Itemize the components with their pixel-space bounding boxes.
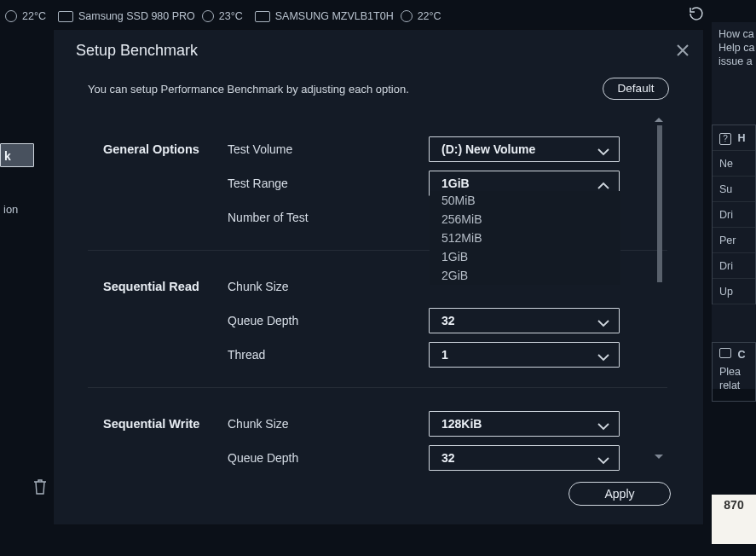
seqread-queue-select[interactable]: 32 <box>429 308 620 333</box>
seqwrite-queue-value: 32 <box>441 451 455 465</box>
temp-2: 23°C <box>219 10 243 22</box>
contact-line: relat <box>719 379 755 392</box>
dropdown-option[interactable]: 50MiB <box>430 191 620 210</box>
field-label: Chunk Size <box>228 280 429 293</box>
test-range-dropdown[interactable]: 50MiB 256MiB 512MiB 1GiB 2GiB <box>430 191 620 285</box>
field-label: Chunk Size <box>228 417 429 431</box>
dialog-title: Setup Benchmark <box>54 30 703 71</box>
help-item[interactable]: Per <box>713 228 755 253</box>
seqwrite-chunk-select[interactable]: 128KiB <box>429 411 620 437</box>
top-status-bar: 22°C Samsung SSD 980 PRO 23°C SAMSUNG MZ… <box>0 3 756 29</box>
seqread-thread-select[interactable]: 1 <box>429 342 620 368</box>
help-item[interactable]: Ne <box>713 151 755 177</box>
seqread-queue-value: 32 <box>441 314 455 327</box>
test-range-value: 1GiB <box>441 177 470 190</box>
field-label: Queue Depth <box>228 314 429 327</box>
dialog-subtitle: You can setup Performance Benchmark by a… <box>88 83 409 96</box>
temp-icon <box>401 10 413 22</box>
help-line: Help ca <box>718 41 756 55</box>
section-seq-write: Sequential Write Chunk Size 128KiB Queue… <box>88 388 667 490</box>
help-item[interactable]: Up <box>713 279 755 304</box>
dropdown-option[interactable]: 256MiB <box>430 210 620 229</box>
chevron-down-icon <box>597 348 610 362</box>
chat-icon <box>719 348 731 358</box>
field-label: Test Volume <box>228 142 429 156</box>
help-item[interactable]: Dri <box>713 202 755 228</box>
close-icon[interactable] <box>674 42 691 59</box>
scroll-thumb[interactable] <box>657 125 662 282</box>
section-label: General Options <box>103 142 228 156</box>
field-label: Test Range <box>228 177 429 190</box>
seqread-thread-value: 1 <box>441 348 448 362</box>
chevron-up-icon <box>597 177 610 190</box>
test-volume-value: (D:) New Volume <box>441 142 535 156</box>
scroll-down-icon[interactable] <box>654 449 664 460</box>
help-item[interactable]: Su <box>713 177 755 202</box>
promo-card: 870 <box>712 495 756 544</box>
field-label: Queue Depth <box>228 451 429 465</box>
help-panel-head: ? H <box>713 125 755 151</box>
trash-icon[interactable] <box>32 478 48 496</box>
temp-1: 22°C <box>22 10 46 22</box>
drive-1: Samsung SSD 980 PRO <box>78 10 195 22</box>
drive-icon <box>58 11 73 22</box>
setup-benchmark-dialog: Setup Benchmark You can setup Performanc… <box>53 29 704 525</box>
scrollbar[interactable] <box>654 113 664 460</box>
test-volume-select[interactable]: (D:) New Volume <box>429 136 620 162</box>
dropdown-option[interactable]: 1GiB <box>430 247 620 266</box>
help-line: issue a <box>718 55 756 68</box>
temp-icon <box>202 10 214 22</box>
contact-line: Plea <box>719 365 755 379</box>
dropdown-option[interactable]: 512MiB <box>430 229 620 247</box>
chevron-down-icon <box>597 142 610 156</box>
drive-icon <box>255 11 270 22</box>
help-panel: ? H Ne Su Dri Per Dri Up <box>712 125 756 304</box>
help-item[interactable]: Dri <box>713 253 755 279</box>
help-question-icon: ? <box>719 133 731 145</box>
scroll-up-icon[interactable] <box>654 113 664 124</box>
drive-2: SAMSUNG MZVLB1T0H <box>275 10 394 22</box>
dialog-body: General Options Test Volume (D:) New Vol… <box>88 113 667 460</box>
field-label: Thread <box>228 348 429 362</box>
field-label: Number of Test <box>228 211 429 224</box>
chevron-down-icon <box>597 314 610 327</box>
default-button[interactable]: Default <box>603 78 669 100</box>
help-side-strip: How ca Help ca issue a ? H Ne Su Dri Per… <box>712 22 756 389</box>
help-line: How ca <box>718 27 756 41</box>
apply-button[interactable]: Apply <box>568 482 671 506</box>
left-nav-strip: k ion <box>0 133 22 235</box>
section-label: Sequential Write <box>103 417 228 431</box>
section-label: Sequential Read <box>103 280 228 293</box>
temp-3: 22°C <box>418 10 441 22</box>
contact-head: C <box>737 349 745 361</box>
contact-panel: C Plea relat <box>712 342 756 402</box>
chevron-down-icon <box>597 451 610 465</box>
refresh-icon[interactable] <box>688 5 705 22</box>
temp-icon <box>5 10 17 22</box>
dropdown-option[interactable]: 2GiB <box>430 266 620 285</box>
chevron-down-icon <box>597 417 610 431</box>
left-nav-selected[interactable]: k <box>0 143 34 167</box>
help-panel-head-label: H <box>737 132 745 144</box>
left-nav-item[interactable]: ion <box>3 203 18 216</box>
seqwrite-queue-select[interactable]: 32 <box>429 445 620 471</box>
seqwrite-chunk-value: 128KiB <box>441 417 482 431</box>
